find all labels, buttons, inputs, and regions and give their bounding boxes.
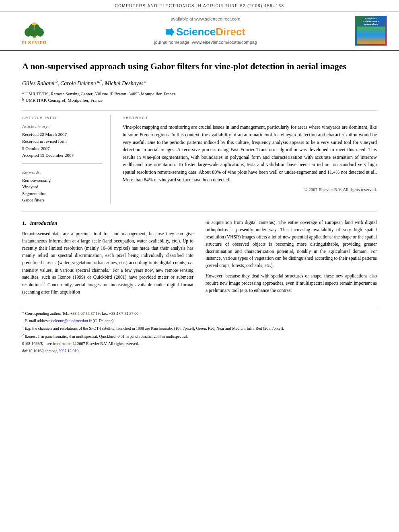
page: COMPUTERS AND ELECTRONICS IN AGRICULTURE… [0,0,399,532]
center-banner: available at www.sciencedirect.com Scien… [56,16,355,45]
affiliation-b: b UMR ITAP, Cemagref, Montpellier, Franc… [22,97,377,104]
article-history-label: Article history: [22,123,102,129]
footnotes-section: * Corresponding author. Tel.: +33 4 67 5… [22,307,377,354]
author2-super: a,* [96,79,102,84]
journal-header: COMPUTERS AND ELECTRONICS IN AGRICULTURE… [0,0,399,12]
body-col-left: 1. Introduction Remote-sensed data are a… [22,219,193,299]
journal-cover: Computersand electronicsin agriculture [355,16,387,46]
elsevier-logo: ELSEVIER [12,16,56,46]
footnote-2: 2 Ikonos: 1 m panchromatic, 4 m multispe… [22,333,377,339]
footnote-email: E-mail address: delenne@teledetection.fr… [22,318,377,324]
footnote-1: 1 E.g. the channels and resolutions of t… [22,325,377,331]
accepted-date: Accepted 19 December 2007 [22,152,102,158]
keyword-3: Segmentation [22,191,102,197]
sciencedirect-logo: ScienceDirect [64,25,347,39]
journal-header-text: COMPUTERS AND ELECTRONICS IN AGRICULTURE… [115,4,284,8]
svg-point-2 [25,28,32,37]
article-info-title: ARTICLE INFO [22,115,102,121]
received-2-label: Received in revised form [22,138,102,144]
abstract-section: ABSTRACT Vine-plot mapping and monitorin… [123,115,377,204]
elsevier-label: ELSEVIER [22,40,47,46]
journal-cover-title: Computersand electronicsin agriculture [363,17,379,26]
body-columns: 1. Introduction Remote-sensed data are a… [22,219,377,299]
sd-direct-text: Direct [216,26,245,38]
authors-line: Gilles Rabatel b, Carole Delenne a,*, Mi… [22,79,377,87]
journal-cover-image [357,27,385,44]
affiliation-a: a UMR TETIS, Remote Sensing Center, 500 … [22,90,377,97]
section1-heading: 1. Introduction [22,219,193,227]
author1-name: Gilles Rabatel [22,80,55,86]
keyword-4: Gabor filters [22,197,102,203]
keyword-1: Remote-sensing [22,177,102,183]
divider-1 [22,110,377,111]
received-2-date: 9 October 2007 [22,146,102,152]
svg-point-3 [37,28,44,37]
intro-para-2: or acquisition from digital cameras). Th… [206,219,377,269]
author3-super: a [144,79,147,84]
available-text: available at www.sciencedirect.com [64,16,347,22]
sciencedirect-arrow-icon [166,27,175,36]
intro-para-1: Remote-sensed data are a precious tool f… [22,230,193,296]
author3-name: Michel Deshayes [105,80,144,86]
abstract-text: Vine-plot mapping and monitoring are cru… [123,123,377,183]
footnote-license: 0168-1699/$ – see front matter © 2007 El… [22,341,377,347]
footnote-doi: doi:10.1016/j.compag.2007.12.010 [22,348,377,354]
banner-row: ELSEVIER available at www.sciencedirect.… [0,12,399,51]
footnote-star: * Corresponding author. Tel.: +33 4 67 5… [22,310,377,316]
article-info-section: ARTICLE INFO Article history: Received 2… [22,115,377,204]
section1-number: 1. [22,220,26,226]
footnote-and: and [225,327,231,331]
keyword-2: Vineyard [22,184,102,190]
divider-keywords [22,163,102,164]
section1-title: Introduction [30,220,58,226]
elsevier-tree-icon [18,21,50,39]
author1-super: b [55,79,58,84]
journal-homepage: journal homepage: www.elsevier.com/locat… [64,39,347,45]
body-divider [22,212,377,212]
article-info-left: ARTICLE INFO Article history: Received 2… [22,115,111,204]
sd-science-text: Science [176,26,216,38]
copyright-line: © 2007 Elsevier B.V. All rights reserved… [123,187,377,193]
keywords-section: Keywords: Remote-sensing Vineyard Segmen… [22,169,102,203]
keywords-label: Keywords: [22,169,102,175]
article-title: A non-supervised approach using Gabor fi… [22,61,377,72]
affiliations: a UMR TETIS, Remote Sensing Center, 500 … [22,90,377,104]
received-1: Received 22 March 2007 [22,131,102,138]
body-col-right: or acquisition from digital cameras). Th… [206,219,377,299]
intro-para-3: However, because they deal with spatial … [206,273,377,294]
abstract-title: ABSTRACT [123,115,377,121]
svg-point-5 [32,22,37,25]
main-content: A non-supervised approach using Gabor fi… [0,51,399,363]
author2-name: Carole Delenne [60,80,96,86]
